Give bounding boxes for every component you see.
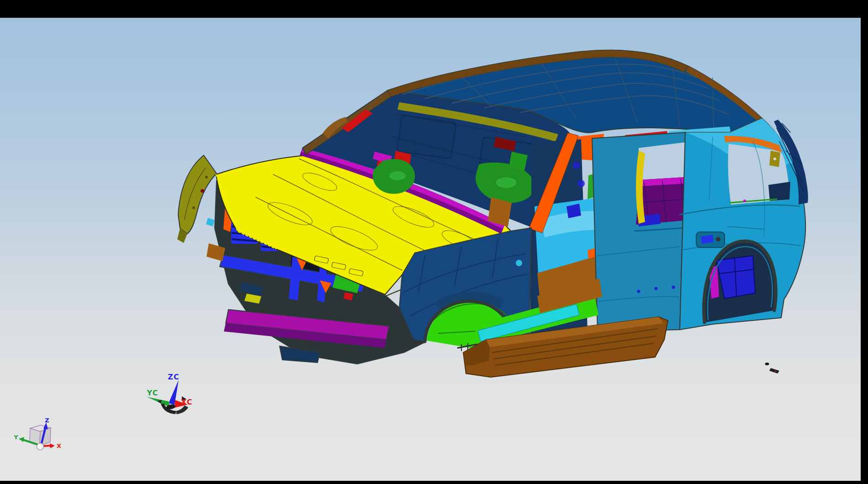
part-speaker[interactable] [573, 162, 580, 169]
view-y-arrowhead [19, 437, 24, 442]
wcs-y-label[interactable]: YC [147, 389, 159, 397]
wcs-triad[interactable]: ZC YC XC [147, 373, 193, 414]
magenta-speck [743, 200, 746, 202]
wcs-y-axis-arrow[interactable] [147, 397, 170, 407]
car-body-model[interactable] [177, 49, 808, 377]
view-x-label[interactable]: X [57, 442, 61, 449]
scene-svg: ZC YC XC Z Y X [0, 0, 868, 484]
left-fender-edge[interactable] [177, 155, 217, 243]
bottom-black-bar [0, 481, 868, 484]
top-black-bar [0, 0, 868, 18]
origin-sphere-highlight [38, 444, 40, 447]
origin-sphere[interactable] [37, 443, 44, 450]
tunnel-gloss [496, 177, 516, 188]
view-y-label[interactable]: Y [13, 434, 18, 441]
seat-gloss [389, 171, 406, 180]
handle-hole [716, 237, 720, 242]
view-x-axis[interactable] [43, 446, 50, 446]
view-z-label[interactable]: Z [45, 417, 49, 424]
part-speaker[interactable] [577, 180, 585, 187]
part-debris-clip[interactable] [769, 368, 779, 374]
wcs-x-label[interactable]: XC [181, 398, 193, 406]
part-navy-wedge[interactable] [768, 182, 790, 201]
view-x-arrowhead [50, 443, 55, 448]
part-cyan-grommet[interactable] [516, 260, 522, 266]
wcs-z-label[interactable]: ZC [168, 373, 179, 381]
part-teal-sliver[interactable] [206, 218, 215, 226]
view-orientation-triad[interactable]: Z Y X [13, 417, 61, 450]
rear-quarter[interactable] [680, 118, 808, 330]
application-window: ZC YC XC Z Y X [0, 0, 868, 484]
bracket-hole [773, 158, 776, 160]
part-debris-dot[interactable] [765, 363, 769, 365]
loose-parts[interactable] [765, 363, 780, 374]
right-black-bar [861, 0, 868, 484]
debris-red-speck [775, 371, 776, 372]
